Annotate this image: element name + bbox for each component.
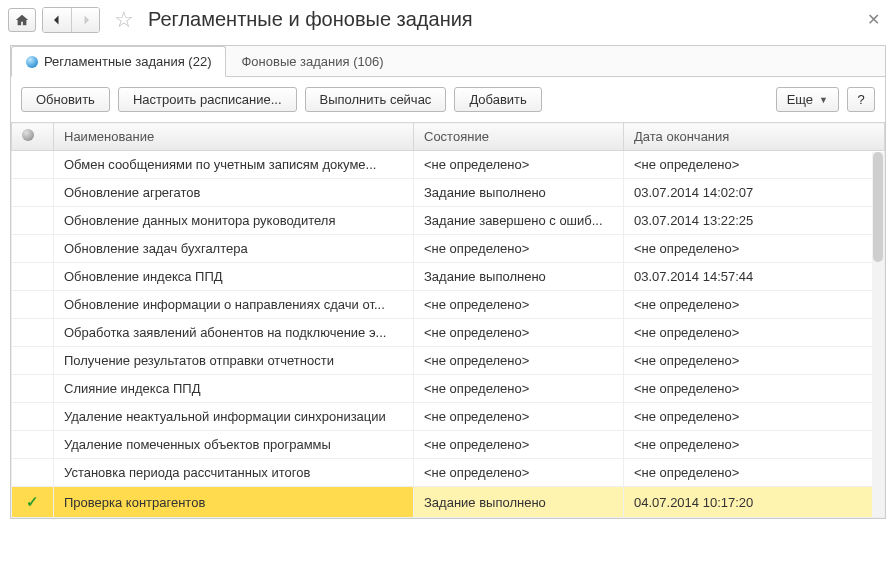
cell-end-date: <не определено> xyxy=(624,375,885,403)
table-row[interactable]: Обновление информации о направлениях сда… xyxy=(12,291,885,319)
home-button[interactable] xyxy=(8,8,36,32)
cell-name: Обмен сообщениями по учетным записям док… xyxy=(54,151,414,179)
globe-grey-icon xyxy=(22,129,34,141)
cell-status-icon xyxy=(12,403,54,431)
tab-label: Регламентные задания (22) xyxy=(44,54,211,69)
more-label: Еще xyxy=(787,92,813,107)
cell-end-date: <не определено> xyxy=(624,235,885,263)
cell-end-date: <не определено> xyxy=(624,319,885,347)
cell-state: Задание завершено с ошиб... xyxy=(414,207,624,235)
table-row[interactable]: Обновление данных монитора руководителяЗ… xyxy=(12,207,885,235)
arrow-left-icon xyxy=(51,14,63,26)
cell-name: Обновление задач бухгалтера xyxy=(54,235,414,263)
tab-0[interactable]: Регламентные задания (22) xyxy=(11,46,226,77)
tabs: Регламентные задания (22)Фоновые задания… xyxy=(11,46,885,77)
cell-state: Задание выполнено xyxy=(414,263,624,291)
col-header-state[interactable]: Состояние xyxy=(414,123,624,151)
cell-status-icon xyxy=(12,235,54,263)
cell-end-date: 03.07.2014 14:57:44 xyxy=(624,263,885,291)
cell-status-icon xyxy=(12,375,54,403)
cell-state: <не определено> xyxy=(414,347,624,375)
vertical-scrollbar[interactable] xyxy=(872,152,884,517)
cell-end-date: <не определено> xyxy=(624,403,885,431)
cell-name: Получение результатов отправки отчетност… xyxy=(54,347,414,375)
cell-status-icon xyxy=(12,151,54,179)
cell-name: Обработка заявлений абонентов на подключ… xyxy=(54,319,414,347)
cell-name: Удаление неактуальной информации синхрон… xyxy=(54,403,414,431)
chevron-down-icon: ▼ xyxy=(819,95,828,105)
col-header-name[interactable]: Наименование xyxy=(54,123,414,151)
back-button[interactable] xyxy=(43,8,71,32)
cell-status-icon xyxy=(12,347,54,375)
cell-state: <не определено> xyxy=(414,431,624,459)
cell-name: Удаление помеченных объектов программы xyxy=(54,431,414,459)
cell-state: Задание выполнено xyxy=(414,487,624,518)
cell-status-icon xyxy=(12,431,54,459)
cell-state: <не определено> xyxy=(414,291,624,319)
run-now-button[interactable]: Выполнить сейчас xyxy=(305,87,447,112)
table-row[interactable]: Слияние индекса ППД<не определено><не оп… xyxy=(12,375,885,403)
cell-end-date: <не определено> xyxy=(624,347,885,375)
cell-name: Проверка контрагентов xyxy=(54,487,414,518)
cell-status-icon xyxy=(12,207,54,235)
scrollbar-thumb[interactable] xyxy=(873,152,883,262)
col-header-status-icon[interactable] xyxy=(12,123,54,151)
table-row[interactable]: Обновление агрегатовЗадание выполнено03.… xyxy=(12,179,885,207)
favorite-star-icon[interactable]: ☆ xyxy=(114,7,134,33)
cell-end-date: <не определено> xyxy=(624,151,885,179)
cell-status-icon xyxy=(12,319,54,347)
cell-status-icon xyxy=(12,179,54,207)
arrow-right-icon xyxy=(80,14,92,26)
cell-name: Обновление агрегатов xyxy=(54,179,414,207)
globe-icon xyxy=(26,56,38,68)
cell-name: Обновление информации о направлениях сда… xyxy=(54,291,414,319)
tab-1[interactable]: Фоновые задания (106) xyxy=(226,46,398,77)
cell-end-date: <не определено> xyxy=(624,459,885,487)
table-row[interactable]: Получение результатов отправки отчетност… xyxy=(12,347,885,375)
schedule-button[interactable]: Настроить расписание... xyxy=(118,87,297,112)
cell-status-icon xyxy=(12,291,54,319)
home-icon xyxy=(15,13,29,27)
cell-state: Задание выполнено xyxy=(414,179,624,207)
table-row[interactable]: Обновление задач бухгалтера<не определен… xyxy=(12,235,885,263)
tab-label: Фоновые задания (106) xyxy=(241,54,383,69)
close-button[interactable]: ✕ xyxy=(859,6,888,33)
cell-name: Обновление данных монитора руководителя xyxy=(54,207,414,235)
cell-name: Установка периода рассчитанных итогов xyxy=(54,459,414,487)
forward-button[interactable] xyxy=(71,8,99,32)
table-row[interactable]: Обновление индекса ППДЗадание выполнено0… xyxy=(12,263,885,291)
cell-status-icon xyxy=(12,263,54,291)
cell-end-date: 03.07.2014 13:22:25 xyxy=(624,207,885,235)
table-row[interactable]: Удаление неактуальной информации синхрон… xyxy=(12,403,885,431)
cell-end-date: <не определено> xyxy=(624,291,885,319)
table-row[interactable]: ✓Проверка контрагентовЗадание выполнено0… xyxy=(12,487,885,518)
cell-status-icon xyxy=(12,459,54,487)
cell-end-date: 03.07.2014 14:02:07 xyxy=(624,179,885,207)
table-row[interactable]: Удаление помеченных объектов программы<н… xyxy=(12,431,885,459)
cell-state: <не определено> xyxy=(414,375,624,403)
cell-state: <не определено> xyxy=(414,235,624,263)
table-row[interactable]: Обработка заявлений абонентов на подключ… xyxy=(12,319,885,347)
cell-end-date: 04.07.2014 10:17:20 xyxy=(624,487,885,518)
cell-status-icon: ✓ xyxy=(12,487,54,518)
cell-state: <не определено> xyxy=(414,459,624,487)
cell-state: <не определено> xyxy=(414,403,624,431)
cell-state: <не определено> xyxy=(414,151,624,179)
cell-name: Слияние индекса ППД xyxy=(54,375,414,403)
cell-end-date: <не определено> xyxy=(624,431,885,459)
refresh-button[interactable]: Обновить xyxy=(21,87,110,112)
check-icon: ✓ xyxy=(26,493,39,510)
table-row[interactable]: Обмен сообщениями по учетным записям док… xyxy=(12,151,885,179)
add-button[interactable]: Добавить xyxy=(454,87,541,112)
page-title: Регламентные и фоновые задания xyxy=(148,8,473,31)
col-header-end[interactable]: Дата окончания xyxy=(624,123,885,151)
cell-state: <не определено> xyxy=(414,319,624,347)
toolbar: Обновить Настроить расписание... Выполни… xyxy=(11,77,885,122)
table-row[interactable]: Установка периода рассчитанных итогов<не… xyxy=(12,459,885,487)
help-button[interactable]: ? xyxy=(847,87,875,112)
more-button[interactable]: Еще ▼ xyxy=(776,87,839,112)
cell-name: Обновление индекса ППД xyxy=(54,263,414,291)
jobs-table: Наименование Состояние Дата окончания Об… xyxy=(11,122,885,518)
